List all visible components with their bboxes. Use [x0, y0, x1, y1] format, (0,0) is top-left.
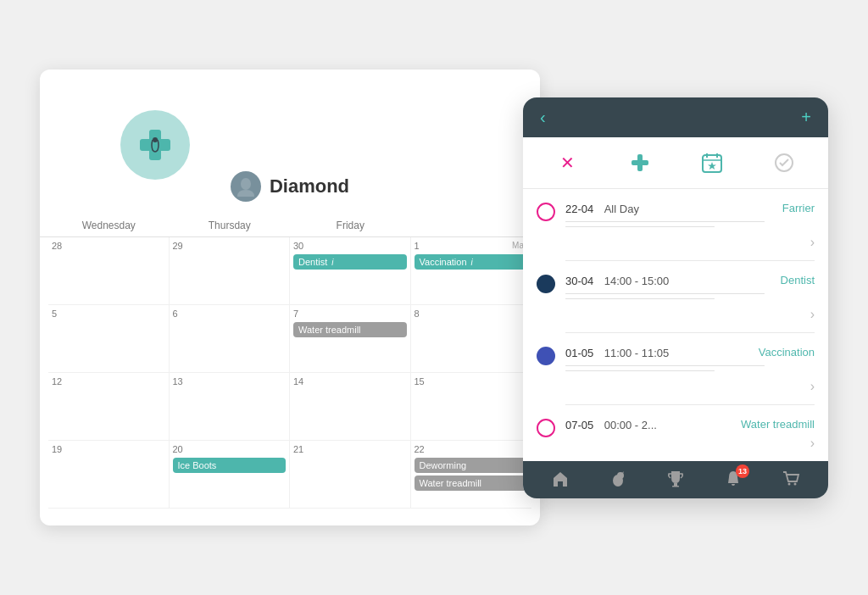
- cell-30: 30 Dentist i: [290, 237, 411, 305]
- svg-point-3: [241, 178, 251, 190]
- cell-number: 21: [293, 444, 407, 454]
- cell-number: 6: [173, 309, 287, 319]
- chevron-right-icon[interactable]: ›: [810, 235, 815, 250]
- event-date-time: 30-04 14:00 - 15:00: [565, 273, 669, 288]
- medical-cross-icon: [135, 125, 175, 165]
- cell-number: 13: [173, 376, 287, 386]
- chevron-right-icon[interactable]: ›: [810, 436, 815, 451]
- cell-21: 21: [290, 441, 411, 509]
- cell-6: 6: [170, 305, 291, 373]
- event-lines: [565, 365, 815, 371]
- nav-bell[interactable]: 13: [724, 470, 743, 488]
- back-button[interactable]: ‹: [540, 108, 546, 127]
- cell-number: 28: [52, 241, 165, 251]
- cart-icon: [782, 470, 800, 488]
- chevron-right-icon[interactable]: ›: [810, 307, 815, 322]
- nav-cart[interactable]: [782, 470, 800, 488]
- event-line: [565, 221, 765, 222]
- nav-home[interactable]: [551, 470, 570, 488]
- event-chevron: ›: [565, 231, 815, 250]
- svg-rect-14: [674, 483, 677, 486]
- cell-number: 15: [415, 376, 529, 386]
- event-deworming[interactable]: Deworming: [415, 458, 529, 473]
- calendar-title: Diamond: [40, 129, 540, 214]
- event-dentist[interactable]: Dentist i: [293, 254, 407, 270]
- event-dot-water-treadmill: [537, 419, 555, 437]
- avatar: [231, 171, 261, 202]
- svg-rect-15: [672, 486, 679, 487]
- check-icon: [774, 153, 794, 173]
- close-button[interactable]: ✕: [553, 147, 583, 178]
- cell-5: 5: [48, 305, 170, 373]
- cell-number: 30: [293, 241, 407, 251]
- event-date-time: 22-04 All Day: [565, 201, 639, 216]
- event-water-treadmill-1[interactable]: Water treadmill: [293, 322, 407, 337]
- event-chevron: ›: [565, 432, 815, 451]
- event-item-water-treadmill: 07-05 00:00 - 2... Water treadmill ›: [523, 405, 828, 461]
- bell-badge: 13: [736, 464, 749, 478]
- event-chevron: ›: [565, 375, 815, 394]
- chevron-right-icon[interactable]: ›: [810, 379, 815, 394]
- event-title[interactable]: Farrier: [782, 202, 815, 214]
- svg-point-16: [788, 482, 791, 485]
- cell-14: 14: [290, 373, 411, 441]
- event-date-time: 01-05 11:00 - 11:05: [565, 345, 669, 360]
- event-water-treadmill-2[interactable]: Water treadmill: [415, 475, 529, 491]
- app-container: Diamond Wednesday Thursday Friday 28 29: [0, 0, 868, 595]
- event-vaccination[interactable]: Vaccination i: [415, 254, 529, 270]
- event-title[interactable]: Water treadmill: [741, 418, 815, 431]
- event-date: 22-04: [565, 203, 593, 215]
- cell-7: 7 Water treadmill: [290, 305, 411, 373]
- cell-8: 8: [411, 305, 532, 373]
- medical-button[interactable]: [625, 147, 655, 178]
- horse-name: Diamond: [270, 175, 349, 197]
- event-list: 22-04 All Day Farrier ›: [523, 189, 828, 461]
- event-dot-dentist: [537, 275, 555, 293]
- cell-number: 7: [293, 309, 407, 319]
- event-ice-boots[interactable]: Ice Boots: [173, 458, 287, 473]
- event-time: All Day: [604, 203, 639, 215]
- nav-trophy[interactable]: [666, 470, 685, 488]
- event-row: 30-04 14:00 - 15:00 Dentist: [565, 273, 815, 288]
- event-dot-farrier: [537, 203, 555, 221]
- mobile-panel: ‹ + ✕: [523, 97, 828, 498]
- event-lines: [565, 293, 815, 299]
- svg-marker-10: [708, 162, 716, 170]
- cell-20: 20 Ice Boots: [170, 441, 291, 509]
- event-lines: [565, 221, 815, 227]
- nav-horse[interactable]: [609, 470, 627, 488]
- event-title[interactable]: Vaccination: [759, 346, 815, 359]
- event-time: 14:00 - 15:00: [604, 275, 670, 287]
- trophy-icon: [666, 470, 685, 488]
- event-line: [565, 293, 765, 294]
- calendar-button[interactable]: [697, 147, 727, 178]
- event-date: 07-05: [565, 419, 593, 431]
- cell-1-may: 1May Vaccination i: [411, 237, 532, 305]
- medical-icon: [628, 151, 652, 175]
- day-friday: Friday: [290, 214, 411, 236]
- cell-22: 22 Deworming Water treadmill: [411, 441, 532, 509]
- cell-number: 20: [173, 444, 287, 454]
- check-button[interactable]: [769, 147, 799, 178]
- event-date: 01-05: [565, 347, 593, 359]
- calendar-star-icon: [701, 152, 723, 174]
- horse-icon: [609, 470, 627, 488]
- event-item-vaccination: 01-05 11:00 - 11:05 Vaccination ›: [523, 333, 828, 405]
- event-line: [565, 370, 715, 371]
- day-thursday: Thursday: [170, 214, 291, 236]
- svg-point-17: [794, 482, 797, 485]
- mobile-topbar: ‹ +: [523, 97, 828, 137]
- cell-number: 8: [415, 309, 529, 319]
- calendar-body: 28 29 30 Dentist i 1May Vaccination i: [40, 237, 540, 509]
- cell-number: 29: [173, 241, 287, 251]
- event-title[interactable]: Dentist: [781, 274, 815, 286]
- cell-number: 5: [52, 309, 165, 319]
- event-content-dentist: 30-04 14:00 - 15:00 Dentist ›: [565, 273, 815, 333]
- cell-12: 12: [48, 373, 170, 441]
- cell-19: 19: [48, 441, 170, 509]
- event-line: [565, 298, 715, 299]
- cell-28: 28: [48, 237, 170, 305]
- mobile-bottom-nav: 13: [523, 461, 828, 498]
- add-button[interactable]: +: [801, 108, 811, 127]
- event-line: [565, 365, 765, 366]
